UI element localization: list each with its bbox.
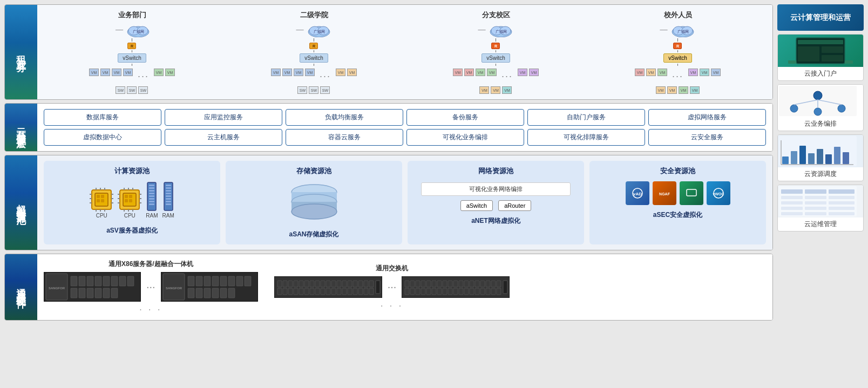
svg-rect-142 bbox=[315, 288, 320, 295]
svg-rect-93 bbox=[71, 288, 77, 298]
right-item-ops[interactable]: 云运维管理 bbox=[777, 185, 864, 232]
svg-rect-107 bbox=[228, 276, 235, 286]
svg-rect-54 bbox=[149, 187, 154, 189]
storage-pool-title: 存储资源池 bbox=[296, 166, 331, 176]
network-pool-subtitle: aNET网络虚拟化 bbox=[471, 216, 520, 226]
svg-rect-68 bbox=[166, 201, 171, 202]
svg-rect-62 bbox=[166, 185, 171, 186]
storage-icons bbox=[287, 181, 341, 224]
svg-rect-161 bbox=[437, 281, 442, 287]
server-title: 通用X86服务器/超融合一体机 bbox=[109, 260, 193, 269]
svg-rect-94 bbox=[79, 288, 85, 298]
svg-rect-90 bbox=[111, 276, 118, 286]
svg-rect-151 bbox=[364, 288, 368, 295]
svg-rect-133 bbox=[364, 281, 368, 287]
switch-section: 通用交换机 bbox=[274, 264, 510, 311]
svg-rect-221 bbox=[829, 189, 855, 194]
portal-preview-img bbox=[778, 35, 863, 67]
server1-svg: SANGFOR bbox=[44, 272, 141, 302]
portal-preview bbox=[778, 35, 863, 67]
cloud-svg-3: 广域网 bbox=[488, 22, 514, 37]
svg-rect-155 bbox=[405, 281, 409, 287]
cpu2-icon bbox=[118, 188, 141, 212]
svg-rect-169 bbox=[480, 281, 485, 287]
ops-label: 云运维管理 bbox=[802, 217, 839, 231]
svg-rect-104 bbox=[204, 276, 211, 286]
main-container: 租户业务 业务部门 ── bbox=[0, 0, 868, 388]
svg-rect-136 bbox=[283, 288, 287, 295]
svg-rect-213 bbox=[825, 154, 832, 164]
vis-network-label: 可视化业务网络编排 bbox=[421, 182, 570, 196]
res-preview-img bbox=[778, 135, 863, 167]
hyper-section: 超融合资源池 计算资源池 bbox=[4, 155, 773, 250]
svg-rect-113 bbox=[212, 288, 219, 298]
disks-svg bbox=[287, 181, 341, 224]
server-dots: ··· bbox=[146, 281, 155, 293]
service-7: 虚拟数据中心 bbox=[44, 129, 161, 146]
svg-rect-78 bbox=[687, 189, 696, 196]
switch2-svg bbox=[402, 276, 510, 298]
portal-svg bbox=[788, 36, 853, 66]
services-header: 云基础服务层 bbox=[5, 104, 37, 151]
right-item-resource[interactable]: 云资源调度 bbox=[777, 134, 864, 181]
cpu2-group: CPU bbox=[118, 188, 141, 219]
right-item-orch[interactable]: 云业务编排 bbox=[777, 84, 864, 131]
svg-rect-65 bbox=[166, 193, 171, 194]
svg-rect-144 bbox=[326, 288, 330, 295]
compute-pool: 计算资源池 bbox=[44, 161, 220, 244]
ngaf-svg: NGAF bbox=[658, 188, 671, 199]
svg-rect-190 bbox=[497, 288, 501, 295]
svg-rect-108 bbox=[236, 276, 243, 286]
svg-rect-194 bbox=[798, 46, 819, 62]
svg-rect-227 bbox=[829, 201, 855, 205]
res-label: 云资源调度 bbox=[802, 167, 839, 181]
svg-rect-185 bbox=[470, 288, 474, 295]
svg-rect-184 bbox=[464, 288, 469, 295]
right-panel: 云计算管理和运营 云接入门户 bbox=[777, 4, 864, 384]
service-3: 负载均衡服务 bbox=[286, 109, 403, 126]
svg-rect-102 bbox=[188, 276, 194, 286]
svg-text:SANGFOR: SANGFOR bbox=[166, 287, 182, 290]
vwoc-svg: vWOC bbox=[712, 188, 725, 199]
network-pool-title: 网络资源池 bbox=[478, 166, 513, 176]
cpu1-icon bbox=[90, 188, 113, 212]
svg-rect-193 bbox=[798, 40, 843, 44]
hyper-content: 计算资源池 bbox=[37, 155, 772, 250]
dept2-title: 二级学院 bbox=[300, 10, 328, 20]
svg-rect-191 bbox=[503, 281, 507, 294]
tenant-section: 租户业务 业务部门 ── bbox=[4, 4, 773, 100]
security-icons: vAD NGAF vVPN bbox=[626, 181, 730, 205]
svg-rect-165 bbox=[459, 281, 463, 287]
svg-text:SANGFOR: SANGFOR bbox=[49, 287, 65, 290]
svg-rect-175 bbox=[416, 288, 420, 295]
svg-rect-181 bbox=[448, 288, 452, 295]
svg-rect-125 bbox=[321, 281, 325, 287]
svg-rect-60 bbox=[149, 203, 154, 205]
server-section: 通用X86服务器/超融合一体机 SANGFOR bbox=[44, 260, 258, 315]
svg-rect-120 bbox=[294, 281, 298, 287]
svg-rect-50 bbox=[125, 199, 128, 202]
ops-preview bbox=[778, 185, 863, 217]
svg-rect-106 bbox=[220, 276, 227, 286]
svg-text:NGAF: NGAF bbox=[659, 192, 670, 196]
svg-rect-195 bbox=[822, 46, 843, 53]
svg-rect-164 bbox=[453, 281, 458, 287]
svg-rect-159 bbox=[426, 281, 431, 287]
svg-text:vAD: vAD bbox=[633, 192, 641, 196]
svg-rect-143 bbox=[321, 288, 325, 295]
service-9: 容器云服务 bbox=[286, 129, 403, 146]
orch-preview-img bbox=[778, 85, 863, 117]
svg-rect-117 bbox=[277, 281, 282, 287]
cloud-svg-2: 广域网 bbox=[306, 22, 332, 37]
cloud-svg-4: 广域网 bbox=[670, 22, 696, 37]
svg-rect-148 bbox=[348, 288, 352, 295]
svg-rect-57 bbox=[149, 195, 154, 197]
svg-rect-109 bbox=[245, 276, 251, 286]
vad-svg: vAD bbox=[631, 188, 644, 199]
svg-text:广域网: 广域网 bbox=[313, 30, 324, 33]
service-2: 应用监控服务 bbox=[165, 109, 282, 126]
right-item-portal[interactable]: 云接入门户 bbox=[777, 34, 864, 81]
storage-pool: 存储资源池 aSAN存储虚拟化 bbox=[226, 161, 402, 244]
compute-icons: CPU bbox=[90, 181, 174, 219]
hyper-header: 超融合资源池 bbox=[5, 155, 37, 250]
